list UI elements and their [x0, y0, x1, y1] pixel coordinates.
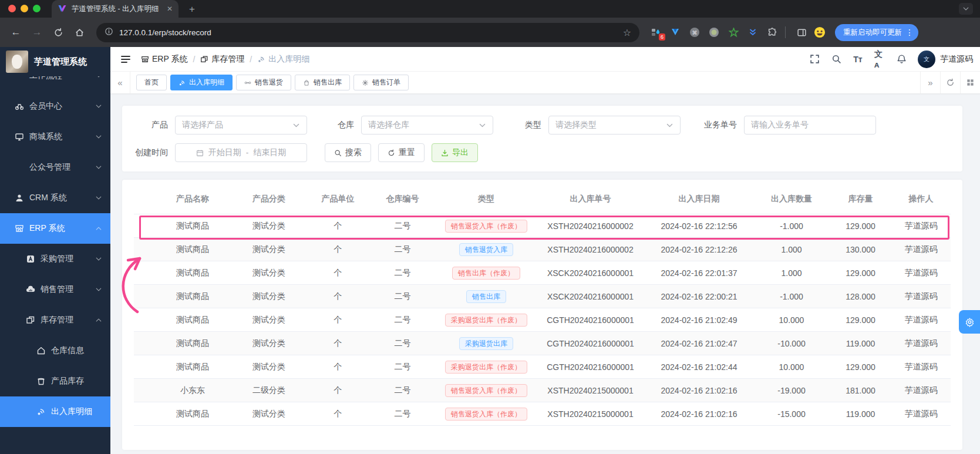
- cell-warehouse: 二号: [369, 214, 436, 238]
- breadcrumb-item[interactable]: ERP 系统: [141, 54, 187, 65]
- sidebar-item-商城系统[interactable]: 商城系统: [0, 122, 110, 152]
- table-row[interactable]: 测试商品测试分类个二号销售退货入库XSTH202402160000022024-…: [134, 238, 951, 261]
- tab-销售订单[interactable]: 销售订单: [353, 75, 409, 90]
- sidebar-item-ERP 系统[interactable]: ERP 系统: [0, 213, 110, 244]
- side-panel-icon[interactable]: [793, 23, 810, 41]
- cell-date: 2024-02-16 21:02:49: [645, 308, 753, 332]
- cell-category: 测试分类: [231, 308, 307, 332]
- table-row[interactable]: 测试商品测试分类个二号销售退货入库（作废）XSTH202402160000022…: [134, 214, 951, 238]
- cell-order_no: XSTH20240216000002: [536, 238, 645, 261]
- settings-gear-button[interactable]: [959, 310, 980, 334]
- cell-category: 测试分类: [231, 214, 307, 238]
- tags-scroll-right-icon[interactable]: »: [920, 72, 940, 93]
- chevron-up-icon: [95, 225, 102, 232]
- table-body: 测试商品测试分类个二号销售退货入库（作废）XSTH202402160000022…: [134, 214, 951, 426]
- chevrons-extension-icon[interactable]: [747, 26, 759, 38]
- window-close-button[interactable]: [8, 5, 16, 12]
- tab-close-icon[interactable]: ✕: [167, 5, 173, 13]
- tags-layout-grid-icon[interactable]: [960, 72, 980, 93]
- new-tab-button[interactable]: +: [186, 3, 198, 16]
- command-extension-icon[interactable]: ⌘: [689, 26, 701, 38]
- kite-extension-icon[interactable]: [669, 26, 681, 38]
- breadcrumb-item[interactable]: 库存管理: [200, 54, 244, 65]
- table-row[interactable]: 测试商品测试分类个二号销售出库XSCK202402160000012024-02…: [134, 285, 951, 308]
- return-icon: [244, 79, 251, 86]
- member-icon: [15, 102, 24, 111]
- table-row[interactable]: 测试商品测试分类个二号销售出库（作废）XSCK20240216000001202…: [134, 261, 951, 285]
- cell-warehouse: 二号: [369, 285, 436, 308]
- table-row[interactable]: 测试商品测试分类个二号销售退货入库（作废）XSTH202402150000012…: [134, 402, 951, 426]
- collapse-menu-icon[interactable]: [120, 53, 132, 65]
- search-button[interactable]: 搜索: [325, 143, 371, 162]
- tags-scroll-left-icon[interactable]: «: [110, 72, 130, 93]
- sidebar-item-产品库存[interactable]: 产品库存: [0, 366, 110, 396]
- tab-销售出库[interactable]: 销售出库: [295, 75, 350, 90]
- star-extension-icon[interactable]: [728, 26, 739, 38]
- header-actions: Tᴛ 文ᴀ 文 芋道源码: [809, 51, 973, 68]
- home-button[interactable]: [70, 23, 88, 41]
- tags-bar: « 首页出入库明细销售退货销售出库销售订单 »: [110, 72, 980, 94]
- cell-type: 销售出库（作废）: [436, 261, 536, 285]
- table-row[interactable]: 小东东二级分类个二号销售退货入库（作废）XSTH2024021500000120…: [134, 379, 951, 402]
- tab-首页[interactable]: 首页: [136, 75, 167, 90]
- tags-refresh-icon[interactable]: [940, 72, 960, 93]
- cell-type: 销售退货入库（作废）: [436, 402, 536, 426]
- circle-extension-icon[interactable]: [708, 26, 720, 38]
- window-zoom-button[interactable]: [33, 5, 41, 12]
- profile-avatar-icon[interactable]: [814, 26, 826, 38]
- cell-type: 销售出库: [436, 285, 536, 308]
- tab-销售退货[interactable]: 销售退货: [236, 75, 291, 90]
- forward-button[interactable]: →: [28, 23, 46, 41]
- tab-出入库明细[interactable]: 出入库明细: [170, 75, 233, 90]
- app-shell: 芋道管理系统 工作流程会员中心商城系统公众号管理CRM 系统ERP 系统采购管理…: [0, 47, 980, 454]
- window-minimize-button[interactable]: [21, 5, 28, 12]
- extensions-puzzle-icon[interactable]: [766, 26, 778, 38]
- table-row[interactable]: 测试商品测试分类个二号采购退货出库（作废）CGTH202402160000012…: [134, 308, 951, 332]
- tab-search-button[interactable]: [959, 3, 973, 15]
- product-select[interactable]: 请选择产品: [175, 116, 307, 134]
- browser-tab[interactable]: 芋道管理系统 - 出入库明细 ✕: [52, 0, 179, 18]
- reset-button[interactable]: 重置: [378, 143, 425, 162]
- bell-icon[interactable]: [896, 54, 907, 65]
- sidebar-item-采购管理[interactable]: 采购管理: [0, 244, 110, 274]
- back-button[interactable]: ←: [7, 23, 25, 41]
- address-bar[interactable]: 127.0.0.1/erp/stock/record ☆: [96, 23, 639, 42]
- tab-label: 销售退货: [255, 78, 283, 88]
- sidebar-item-公众号管理[interactable]: 公众号管理: [0, 152, 110, 183]
- warehouse-select[interactable]: 请选择仓库: [361, 116, 493, 134]
- sidebar-item-出入库明细[interactable]: 出入库明细: [0, 396, 110, 427]
- reload-button[interactable]: [49, 23, 67, 41]
- column-header: 出入库单号: [536, 183, 645, 214]
- url-text[interactable]: 127.0.0.1/erp/stock/record: [119, 28, 617, 37]
- font-size-icon[interactable]: Tᴛ: [853, 54, 863, 65]
- table-row[interactable]: 测试商品测试分类个二号采购退货出库（作废）CGTH202402160000012…: [134, 355, 951, 379]
- bookmark-star-icon[interactable]: ☆: [623, 27, 631, 38]
- sidebar-item-仓库信息[interactable]: 仓库信息: [0, 335, 110, 366]
- language-icon[interactable]: 文ᴀ: [874, 54, 885, 65]
- cell-warehouse: 二号: [369, 402, 436, 426]
- user-menu[interactable]: 文 芋道源码: [918, 51, 973, 68]
- browser-menu-kebab-icon[interactable]: ⋮: [905, 28, 914, 37]
- type-select[interactable]: 请选择类型: [548, 116, 681, 134]
- chevron-down-icon: [95, 194, 102, 201]
- window-controls: [8, 5, 41, 12]
- table-row[interactable]: 测试商品测试分类个二号采购退货出库CGTH202402160000012024-…: [134, 332, 951, 355]
- cell-qty: 10.000: [753, 355, 830, 379]
- site-info-icon[interactable]: [105, 27, 113, 38]
- fullscreen-icon[interactable]: [809, 54, 820, 65]
- sidebar-item-销售管理[interactable]: 销售管理: [0, 274, 110, 305]
- search-icon[interactable]: [831, 54, 841, 65]
- date-range-input[interactable]: 开始日期 - 结束日期: [175, 143, 307, 162]
- sidebar-item-库存管理[interactable]: 库存管理: [0, 305, 110, 335]
- sidebar-item-CRM 系统[interactable]: CRM 系统: [0, 183, 110, 213]
- cell-unit: 个: [307, 332, 369, 355]
- page-content: 产品 请选择产品 仓库 请选择仓库 类型 请选择类型: [110, 94, 980, 454]
- adblock-extension-icon[interactable]: 6: [650, 26, 662, 38]
- sidebar-item-会员中心[interactable]: 会员中心: [0, 91, 110, 122]
- chrome-update-button[interactable]: 重新启动即可更新 ⋮: [835, 24, 918, 41]
- mall-icon: [15, 132, 24, 142]
- cell-operator: 芋道源码: [891, 308, 951, 332]
- cell-type: 销售退货入库: [436, 238, 536, 261]
- export-button[interactable]: 导出: [432, 143, 478, 162]
- bizno-input[interactable]: 请输入业务单号: [744, 116, 876, 134]
